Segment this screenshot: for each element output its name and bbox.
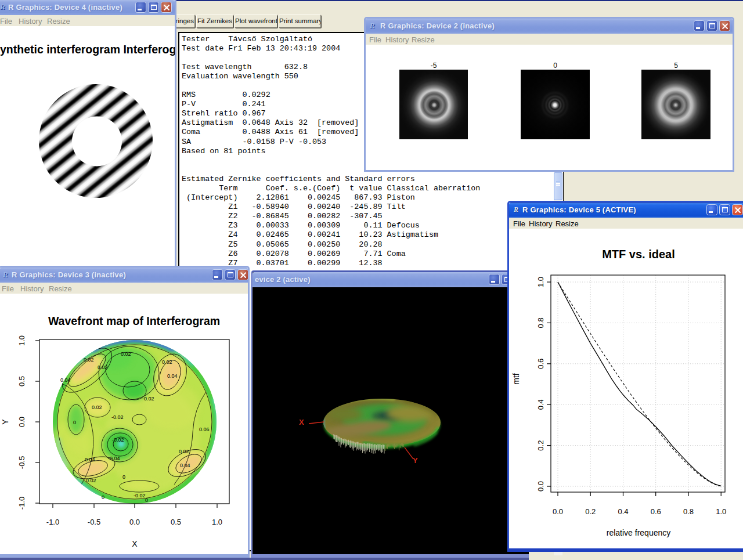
svg-text:Y: Y (1, 419, 10, 425)
svg-text:0.5: 0.5 (171, 518, 181, 526)
svg-text:0.4: 0.4 (536, 399, 545, 410)
svg-text:0.04: 0.04 (85, 457, 95, 463)
svg-text:-0.04: -0.04 (108, 456, 120, 461)
svg-text:0.2: 0.2 (585, 507, 596, 516)
svg-text:0.4: 0.4 (618, 507, 628, 516)
svg-text:0.06: 0.06 (199, 427, 210, 432)
svg-text:0.6: 0.6 (536, 359, 545, 369)
svg-text:-0.5: -0.5 (88, 518, 100, 526)
svg-text:0.02: 0.02 (121, 351, 131, 357)
svg-text:0.04: 0.04 (167, 373, 178, 379)
svg-text:0.8: 0.8 (536, 317, 545, 328)
svg-text:Y: Y (413, 456, 418, 465)
svg-text:Wavefront map of Interferogram: Wavefront map of Interferogram (48, 315, 220, 327)
svg-text:-1.0: -1.0 (17, 497, 26, 510)
svg-text:-0.02: -0.02 (112, 437, 124, 443)
svg-text:0.5: 0.5 (17, 376, 26, 386)
svg-text:R: R (370, 21, 375, 30)
svg-text:R: R (0, 3, 5, 11)
svg-text:0.04: 0.04 (60, 377, 71, 383)
svg-text:0.02: 0.02 (98, 364, 108, 370)
svg-text:0.04: 0.04 (180, 463, 190, 468)
svg-text:0: 0 (73, 420, 76, 425)
svg-text:-0.02: -0.02 (142, 396, 154, 402)
svg-text:0.0: 0.0 (17, 417, 26, 427)
svg-text:-1.0: -1.0 (46, 518, 59, 526)
svg-text:0.2: 0.2 (536, 440, 545, 451)
svg-text:R: R (3, 270, 8, 279)
svg-text:X: X (132, 539, 138, 548)
svg-text:0.02: 0.02 (162, 359, 172, 365)
svg-text:1.0: 1.0 (536, 277, 545, 287)
svg-text:-0.02: -0.02 (111, 414, 124, 420)
svg-text:0: 0 (102, 494, 104, 500)
svg-text:mtf: mtf (511, 373, 521, 385)
svg-text:-0.5: -0.5 (17, 456, 26, 469)
svg-text:0.6: 0.6 (651, 507, 661, 516)
svg-text:X: X (299, 418, 304, 427)
svg-text:0.02: 0.02 (179, 449, 189, 454)
svg-text:1.0: 1.0 (17, 335, 26, 346)
svg-text:0: 0 (122, 474, 125, 480)
svg-text:0.0: 0.0 (129, 518, 140, 526)
svg-text:1.0: 1.0 (716, 507, 726, 516)
svg-text:0.0: 0.0 (536, 481, 545, 492)
svg-text:0.0: 0.0 (553, 507, 563, 516)
svg-text:0.02: 0.02 (84, 357, 94, 363)
svg-text:R: R (513, 205, 518, 214)
svg-text:0.02: 0.02 (86, 478, 96, 483)
svg-text:-0.02: -0.02 (134, 493, 146, 498)
svg-text:MTF vs. ideal: MTF vs. ideal (602, 248, 675, 261)
svg-text:relative frequency: relative frequency (607, 528, 671, 537)
svg-text:1.0: 1.0 (212, 518, 222, 526)
svg-text:0: 0 (145, 497, 148, 503)
svg-text:0.8: 0.8 (683, 507, 694, 516)
svg-text:0.02: 0.02 (92, 404, 102, 410)
